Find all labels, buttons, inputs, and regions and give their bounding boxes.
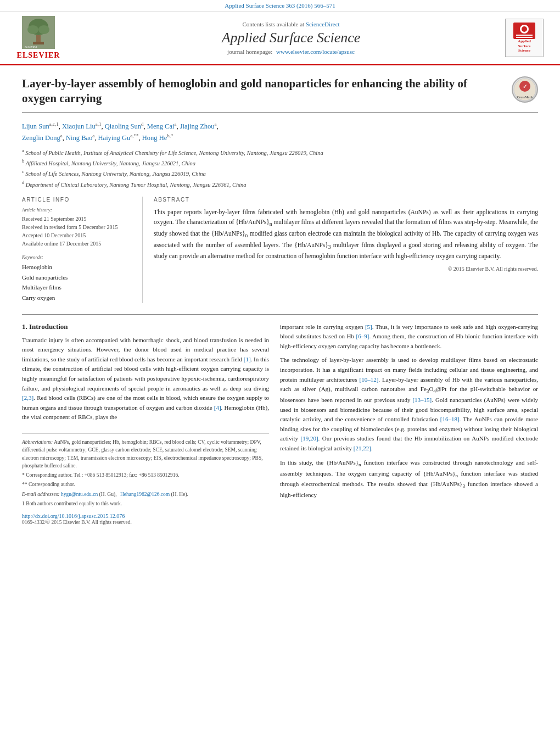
author-hong-he: Hong He — [142, 134, 167, 142]
copyright-text: © 2015 Elsevier B.V. All rights reserved… — [154, 265, 538, 274]
ref-13-15: [13–15] — [412, 397, 432, 403]
svg-point-9 — [522, 26, 527, 32]
history-label: Article history: — [22, 207, 133, 213]
section-title: Introduction — [29, 322, 68, 331]
ref-19-20: [19,20] — [300, 435, 318, 442]
ref-4: [4] — [214, 404, 221, 411]
ref-2-3: [2,3] — [22, 394, 33, 401]
contents-line: Contents lists available at ScienceDirec… — [77, 21, 505, 27]
abstract-column: ABSTRACT This paper reports layer-by-lay… — [154, 197, 538, 303]
email1-link[interactable]: hygu@ntu.edu.cn — [61, 492, 98, 497]
corresponding-2: ** Corresponding author. — [22, 481, 269, 488]
crossmark-badge: ✓ CrossMark — [512, 76, 538, 103]
article-info-column: ARTICLE INFO Article history: Received 2… — [22, 197, 143, 303]
footnote-section: Abbreviations: AuNPs, gold nanoparticles… — [22, 433, 269, 507]
abstract-text: This paper reports layer-by-layer films … — [154, 207, 538, 274]
abbreviations-text: AuNPs, gold nanoparticles; Hb, hemoglobi… — [22, 439, 263, 468]
author-ning-bao: Ning Bao — [66, 134, 92, 142]
crossmark-icon: ✓ CrossMark — [512, 76, 538, 103]
email1-name: (H. Gu), — [99, 492, 117, 497]
email2-link[interactable]: Hehang1962@126.com — [120, 492, 170, 497]
ref-5: [5] — [365, 323, 372, 330]
ref-21-22: [21,22] — [354, 445, 371, 451]
elsevier-logo: ELSEVIER ELSEVIER — [11, 16, 66, 60]
svg-rect-4 — [36, 35, 41, 42]
right-para-3: In this study, the {Hb/AuNPs}n function … — [280, 458, 538, 500]
affiliation-d: d Department of Clinical Laboratory, Nan… — [22, 180, 538, 189]
sciencedirect-link[interactable]: ScienceDirect — [306, 21, 340, 27]
article-title: Layer-by-layer assembly of hemoglobin an… — [22, 76, 501, 107]
intro-para-1: Traumatic injury is often accompanied wi… — [22, 336, 269, 422]
journal-header: ELSEVIER ELSEVIER Contents lists availab… — [0, 12, 560, 65]
introduction-heading: 1. Introduction — [22, 322, 269, 331]
body-left-column: 1. Introduction Traumatic injury is ofte… — [22, 315, 269, 525]
received-date: Received 21 September 2015 — [22, 215, 133, 223]
keyword-carry-oxygen: Carry oxygen — [22, 293, 133, 303]
author-qiaoling-sun: Qiaoling Sun — [105, 122, 141, 130]
author-haiying-gu: Haiying Gu — [98, 134, 131, 142]
abstract-label: ABSTRACT — [154, 197, 538, 203]
homepage-label: journal homepage: — [227, 48, 272, 55]
journal-center-info: Contents lists available at ScienceDirec… — [77, 21, 505, 55]
author-lijun-sun: Lijun Sun — [22, 122, 49, 130]
homepage-url[interactable]: www.elsevier.com/locate/apsusc — [276, 48, 355, 55]
contents-text: Contents lists available at — [242, 21, 304, 27]
body-right-column: important role in carrying oxygen [5]. T… — [280, 315, 538, 525]
introduction-body-left: Traumatic injury is often accompanied wi… — [22, 336, 269, 422]
journal-citation: Applied Surface Science 363 (2016) 566–5… — [225, 2, 335, 9]
section-number: 1. — [22, 322, 27, 331]
authors-section: Lijun Suna,c,1, Xiaojun Liua,1, Qiaoling… — [22, 120, 538, 143]
introduction-body-right: important role in carrying oxygen [5]. T… — [280, 322, 538, 500]
ref-1: [1] — [244, 356, 251, 362]
article-info-abstract-section: ARTICLE INFO Article history: Received 2… — [22, 197, 538, 303]
article-title-section: Layer-by-layer assembly of hemoglobin an… — [22, 76, 538, 113]
affiliation-c: c School of Life Sciences, Nantong Unive… — [22, 169, 538, 178]
svg-rect-5 — [33, 42, 44, 44]
svg-rect-10 — [516, 35, 533, 36]
email-label: E-mail addresses: — [22, 492, 60, 497]
journal-logo-title: AppliedSurfaceScience — [518, 39, 531, 53]
doi-link[interactable]: http://dx.doi.org/10.1016/j.apsusc.2015.… — [22, 513, 125, 519]
svg-point-3 — [38, 25, 49, 34]
ref-16-18: [16–18] — [440, 416, 460, 422]
email2-name: (H. He). — [171, 492, 188, 497]
footnote-1: 1 Both authors contributed equally to th… — [22, 500, 269, 507]
svg-text:ELSEVIER: ELSEVIER — [24, 46, 37, 48]
journal-citation-bar: Applied Surface Science 363 (2016) 566–5… — [0, 0, 560, 12]
ref-6-9: [6–9] — [356, 333, 369, 339]
svg-rect-11 — [516, 37, 533, 38]
elsevier-brand-text: ELSEVIER — [17, 51, 60, 60]
svg-point-2 — [27, 25, 38, 34]
svg-text:CrossMark: CrossMark — [517, 96, 533, 99]
keywords-label: Keywords: — [22, 254, 133, 260]
keyword-hemoglobin: Hemoglobin — [22, 262, 133, 272]
abbreviations-label: Abbreviations: — [22, 439, 53, 445]
affiliation-a: a School of Public Health, Institute of … — [22, 148, 538, 157]
doi-section: http://dx.doi.org/10.1016/j.apsusc.2015.… — [22, 513, 269, 525]
revised-date: Received in revised form 5 December 2015 — [22, 223, 133, 231]
issn-text: 0169-4332/© 2015 Elsevier B.V. All right… — [22, 520, 132, 525]
available-date: Available online 17 December 2015 — [22, 239, 133, 248]
author-jiajing-zhou: Jiajing Zhou — [180, 122, 215, 130]
keyword-gold-nanoparticles: Gold nanoparticles — [22, 272, 133, 283]
email-line: E-mail addresses: hygu@ntu.edu.cn (H. Gu… — [22, 490, 269, 498]
abstract-paragraph: This paper reports layer-by-layer films … — [154, 207, 538, 261]
accepted-date: Accepted 10 December 2015 — [22, 231, 133, 239]
article-title-text: Layer-by-layer assembly of hemoglobin an… — [22, 76, 501, 107]
keywords-block: Keywords: Hemoglobin Gold nanoparticles … — [22, 254, 133, 303]
right-para-1: important role in carrying oxygen [5]. T… — [280, 322, 538, 352]
body-section: 1. Introduction Traumatic injury is ofte… — [22, 314, 538, 525]
elsevier-tree-image: ELSEVIER — [22, 16, 55, 49]
main-content: Layer-by-layer assembly of hemoglobin an… — [0, 65, 560, 536]
author-xiaojun-liu: Xiaojun Liu — [62, 122, 96, 130]
affiliations-section: a School of Public Health, Institute of … — [22, 148, 538, 189]
article-info-label: ARTICLE INFO — [22, 197, 133, 203]
keyword-multilayer-films: Multilayer films — [22, 282, 133, 293]
corresponding-1: * Corresponding author. Tel.: +086 513 8… — [22, 471, 269, 479]
abbreviations-block: Abbreviations: AuNPs, gold nanoparticles… — [22, 438, 269, 470]
author-zenglin-dong: Zenglin Dong — [22, 134, 60, 142]
journal-logo-right: AppliedSurfaceScience — [505, 19, 549, 57]
svg-text:✓: ✓ — [523, 83, 527, 90]
author-meng-cai: Meng Cai — [147, 122, 175, 130]
journal-logo-box: AppliedSurfaceScience — [505, 19, 544, 57]
